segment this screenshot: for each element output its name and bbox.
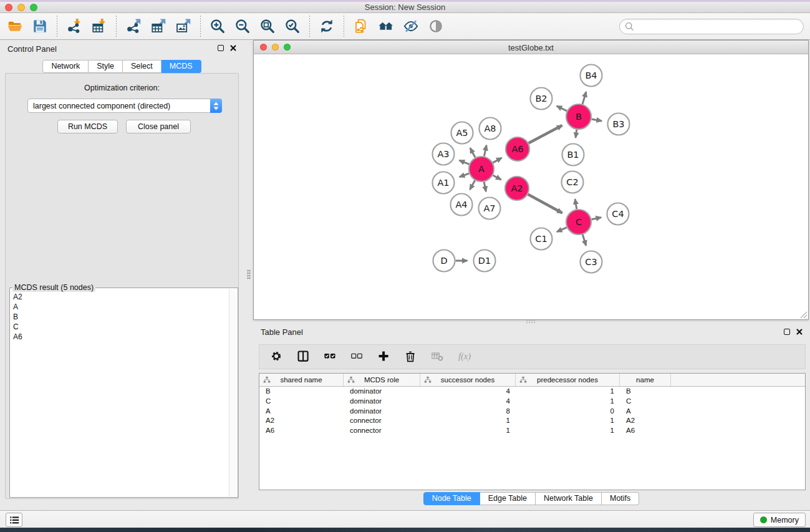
save-session-button[interactable] (29, 15, 51, 37)
table-mode-gear-button[interactable] (268, 348, 286, 365)
control-panel-tabs: NetworkStyleSelectMCDS (0, 60, 244, 73)
table-cell: 8 (420, 407, 516, 417)
result-item[interactable]: A (11, 302, 228, 312)
control-panel: Control Panel NetworkStyleSelectMCDS Opt… (0, 40, 244, 510)
table-row[interactable]: Cdominator41C (259, 397, 805, 407)
node-label-B4: B4 (585, 70, 597, 80)
add-column-icon (377, 350, 391, 364)
result-item[interactable]: C (11, 322, 228, 332)
run-mcds-button[interactable]: Run MCDS (57, 120, 118, 133)
select-all-columns-icon (324, 350, 337, 364)
table-cell: C (259, 397, 344, 407)
edge-C-C1 (557, 228, 567, 232)
save-session-icon (32, 18, 48, 34)
tab-select[interactable]: Select (123, 60, 162, 73)
node-label-A: A (478, 164, 485, 174)
zoom-in-button[interactable] (206, 15, 229, 37)
tab-style[interactable]: Style (89, 60, 123, 73)
function-builder-icon: f(x) (458, 350, 471, 364)
table-toolbar: f(x) (259, 344, 806, 369)
add-column-button[interactable] (375, 348, 393, 365)
show-graphics-details-icon (428, 18, 444, 34)
network-window-titlebar[interactable]: testGlobe.txt (254, 41, 808, 54)
edge-A-A3 (460, 160, 470, 164)
table-row[interactable]: Adominator80A (259, 407, 805, 417)
close-panel-icon[interactable] (229, 44, 238, 52)
node-label-A8: A8 (484, 123, 496, 133)
table-row[interactable]: A2connector11A2 (259, 416, 805, 426)
result-scrollbar[interactable] (229, 289, 237, 496)
result-item[interactable]: A6 (11, 332, 228, 342)
node-label-A1: A1 (437, 178, 449, 188)
edge-A-A5 (470, 148, 475, 157)
float-panel-icon[interactable] (216, 44, 225, 52)
clone-network-button[interactable] (350, 15, 372, 37)
delete-column-icon (404, 350, 418, 364)
node-label-B: B (576, 112, 582, 122)
export-table-button[interactable] (147, 15, 170, 37)
import-network-icon (66, 18, 82, 34)
tab-mcds[interactable]: MCDS (162, 60, 201, 73)
table-tab-edge-table[interactable]: Edge Table (480, 492, 536, 505)
export-image-icon (175, 18, 191, 34)
table-tab-network-table[interactable]: Network Table (536, 492, 602, 505)
zoom-selected-icon (284, 18, 301, 34)
zoom-selected-button[interactable] (281, 15, 304, 37)
column-header-successor-nodes[interactable]: successor nodes (420, 374, 516, 386)
export-network-icon (125, 18, 142, 34)
main-area: Control Panel NetworkStyleSelectMCDS Opt… (0, 40, 810, 510)
edge-B-B2 (557, 106, 567, 111)
result-item[interactable]: B (11, 312, 228, 322)
edge-B-B4 (582, 92, 586, 104)
refresh-button[interactable] (316, 15, 338, 37)
open-browser-button[interactable] (375, 15, 397, 37)
open-file-button[interactable] (4, 15, 26, 37)
column-header-name[interactable]: name (620, 374, 671, 386)
application-window: Session: New Session Control Panel Netwo… (0, 0, 810, 532)
edge-A6-B (529, 125, 562, 143)
table-mode-gear-icon (270, 350, 284, 364)
column-header-predecessor-nodes[interactable]: predecessor nodes (516, 374, 620, 386)
refresh-icon (319, 18, 335, 34)
mcds-result-list: A2ABCA6 (11, 292, 228, 496)
table-cell: 1 (420, 426, 516, 436)
zoom-out-button[interactable] (231, 15, 254, 37)
tab-network[interactable]: Network (42, 60, 89, 73)
close-panel-button[interactable]: Close panel (126, 120, 191, 133)
table-row[interactable]: A6connector11A6 (259, 426, 805, 436)
export-network-button[interactable] (122, 15, 145, 37)
hide-graphics-details-button[interactable] (400, 15, 422, 37)
horizontal-splitter-handle[interactable] (526, 320, 536, 323)
deselect-all-columns-button[interactable] (349, 348, 366, 365)
search-icon (624, 21, 635, 32)
import-network-button[interactable] (63, 15, 85, 37)
vertical-splitter-handle[interactable] (247, 269, 251, 279)
result-item[interactable]: A2 (11, 292, 228, 302)
show-columns-button[interactable] (295, 348, 312, 365)
zoom-fit-button[interactable] (256, 15, 279, 37)
memory-status-button[interactable]: Memory (753, 513, 806, 527)
memory-status-dot (760, 516, 767, 523)
export-image-button[interactable] (172, 15, 195, 37)
table-tab-motifs[interactable]: Motifs (602, 492, 639, 505)
table-row[interactable]: Bdominator41B (259, 387, 805, 397)
import-table-button[interactable] (88, 15, 110, 37)
column-header-shared-name[interactable]: shared name (259, 374, 344, 386)
resize-grip[interactable] (799, 310, 808, 319)
select-all-columns-button[interactable] (322, 348, 339, 365)
edge-A-A4 (470, 180, 475, 190)
column-header-MCDS-role[interactable]: MCDS role (344, 374, 420, 386)
show-graphics-details-button[interactable] (425, 15, 447, 37)
optimization-criterion-dropdown[interactable]: largest connected component (directed) (27, 99, 222, 113)
float-table-panel-icon[interactable] (783, 327, 791, 336)
task-history-button[interactable] (6, 513, 22, 527)
open-file-icon (7, 18, 23, 34)
show-columns-icon (297, 350, 311, 364)
table-tab-node-table[interactable]: Node Table (423, 492, 480, 505)
close-table-panel-icon[interactable] (795, 327, 804, 336)
table-cell: 4 (420, 387, 516, 397)
network-graph[interactable]: B4B2BB3A8A5A6B1A3AC2A1A2A4A7C4CC1C3DD1 (254, 55, 808, 319)
edge-C-C2 (575, 199, 577, 209)
delete-column-button[interactable] (402, 348, 420, 365)
search-input[interactable] (635, 21, 803, 33)
